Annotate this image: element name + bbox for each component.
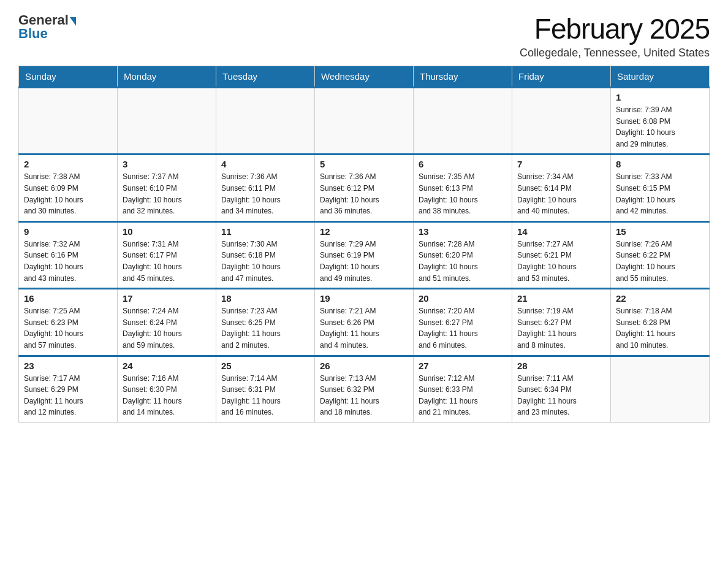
calendar-cell [216, 88, 315, 155]
day-number: 13 [419, 226, 507, 237]
day-info: Sunrise: 7:24 AM Sunset: 6:24 PM Dayligh… [123, 305, 211, 351]
calendar-cell: 25Sunrise: 7:14 AM Sunset: 6:31 PM Dayli… [216, 356, 315, 422]
calendar-week-3: 9Sunrise: 7:32 AM Sunset: 6:16 PM Daylig… [19, 221, 710, 288]
logo-blue-text: Blue [18, 26, 48, 42]
calendar-week-4: 16Sunrise: 7:25 AM Sunset: 6:23 PM Dayli… [19, 289, 710, 356]
weekday-header-wednesday: Wednesday [315, 66, 414, 88]
calendar-cell: 14Sunrise: 7:27 AM Sunset: 6:21 PM Dayli… [512, 221, 611, 288]
day-info: Sunrise: 7:12 AM Sunset: 6:33 PM Dayligh… [419, 373, 507, 418]
day-info: Sunrise: 7:30 AM Sunset: 6:18 PM Dayligh… [221, 239, 309, 284]
logo: General Blue [18, 12, 77, 42]
calendar-cell [611, 356, 710, 422]
day-number: 26 [320, 361, 408, 371]
location-text: Collegedale, Tennessee, United States [520, 47, 710, 59]
day-info: Sunrise: 7:33 AM Sunset: 6:15 PM Dayligh… [616, 171, 704, 216]
day-number: 11 [221, 226, 309, 237]
calendar-cell: 23Sunrise: 7:17 AM Sunset: 6:29 PM Dayli… [19, 356, 118, 422]
day-number: 28 [517, 361, 605, 371]
calendar-cell: 27Sunrise: 7:12 AM Sunset: 6:33 PM Dayli… [414, 356, 512, 422]
day-number: 20 [419, 293, 507, 304]
calendar-week-1: 1Sunrise: 7:39 AM Sunset: 6:08 PM Daylig… [19, 88, 710, 155]
day-number: 10 [123, 226, 211, 237]
month-title: February 2025 [520, 12, 710, 45]
page-header: General Blue February 2025 Collegedale, … [18, 12, 710, 59]
day-info: Sunrise: 7:26 AM Sunset: 6:22 PM Dayligh… [616, 239, 704, 284]
calendar-body: 1Sunrise: 7:39 AM Sunset: 6:08 PM Daylig… [19, 88, 710, 423]
weekday-header-friday: Friday [512, 66, 611, 88]
calendar-cell [19, 88, 118, 155]
calendar-week-2: 2Sunrise: 7:38 AM Sunset: 6:09 PM Daylig… [19, 155, 710, 221]
day-number: 2 [24, 159, 112, 169]
calendar-cell: 4Sunrise: 7:36 AM Sunset: 6:11 PM Daylig… [216, 155, 315, 221]
weekday-header-thursday: Thursday [414, 66, 512, 88]
calendar-cell: 21Sunrise: 7:19 AM Sunset: 6:27 PM Dayli… [512, 289, 611, 356]
day-number: 27 [419, 361, 507, 371]
day-number: 4 [221, 159, 309, 169]
calendar-cell: 12Sunrise: 7:29 AM Sunset: 6:19 PM Dayli… [315, 221, 414, 288]
title-block: February 2025 Collegedale, Tennessee, Un… [520, 12, 710, 59]
calendar-cell [512, 88, 611, 155]
calendar-cell: 3Sunrise: 7:37 AM Sunset: 6:10 PM Daylig… [118, 155, 216, 221]
calendar-cell: 22Sunrise: 7:18 AM Sunset: 6:28 PM Dayli… [611, 289, 710, 356]
calendar-cell [414, 88, 512, 155]
day-info: Sunrise: 7:19 AM Sunset: 6:27 PM Dayligh… [517, 305, 605, 351]
calendar-cell: 1Sunrise: 7:39 AM Sunset: 6:08 PM Daylig… [611, 88, 710, 155]
calendar-table: SundayMondayTuesdayWednesdayThursdayFrid… [18, 66, 710, 423]
calendar-cell: 6Sunrise: 7:35 AM Sunset: 6:13 PM Daylig… [414, 155, 512, 221]
day-number: 1 [616, 92, 704, 102]
day-number: 24 [123, 361, 211, 371]
day-info: Sunrise: 7:36 AM Sunset: 6:12 PM Dayligh… [320, 171, 408, 216]
calendar-cell: 18Sunrise: 7:23 AM Sunset: 6:25 PM Dayli… [216, 289, 315, 356]
day-number: 16 [24, 293, 112, 304]
calendar-cell: 7Sunrise: 7:34 AM Sunset: 6:14 PM Daylig… [512, 155, 611, 221]
day-info: Sunrise: 7:31 AM Sunset: 6:17 PM Dayligh… [123, 239, 211, 284]
calendar-cell: 5Sunrise: 7:36 AM Sunset: 6:12 PM Daylig… [315, 155, 414, 221]
calendar-cell [315, 88, 414, 155]
day-info: Sunrise: 7:36 AM Sunset: 6:11 PM Dayligh… [221, 171, 309, 216]
day-number: 22 [616, 293, 704, 304]
day-number: 19 [320, 293, 408, 304]
day-number: 23 [24, 361, 112, 371]
day-info: Sunrise: 7:13 AM Sunset: 6:32 PM Dayligh… [320, 373, 408, 418]
day-number: 9 [24, 226, 112, 237]
weekday-header-saturday: Saturday [611, 66, 710, 88]
day-number: 6 [419, 159, 507, 169]
day-info: Sunrise: 7:35 AM Sunset: 6:13 PM Dayligh… [419, 171, 507, 216]
day-info: Sunrise: 7:34 AM Sunset: 6:14 PM Dayligh… [517, 171, 605, 216]
day-number: 7 [517, 159, 605, 169]
calendar-cell: 10Sunrise: 7:31 AM Sunset: 6:17 PM Dayli… [118, 221, 216, 288]
day-info: Sunrise: 7:23 AM Sunset: 6:25 PM Dayligh… [221, 305, 309, 351]
calendar-cell: 17Sunrise: 7:24 AM Sunset: 6:24 PM Dayli… [118, 289, 216, 356]
day-number: 17 [123, 293, 211, 304]
calendar-cell: 28Sunrise: 7:11 AM Sunset: 6:34 PM Dayli… [512, 356, 611, 422]
day-info: Sunrise: 7:18 AM Sunset: 6:28 PM Dayligh… [616, 305, 704, 351]
day-number: 21 [517, 293, 605, 304]
day-number: 12 [320, 226, 408, 237]
day-info: Sunrise: 7:25 AM Sunset: 6:23 PM Dayligh… [24, 305, 112, 351]
calendar-header: SundayMondayTuesdayWednesdayThursdayFrid… [19, 66, 710, 88]
day-info: Sunrise: 7:29 AM Sunset: 6:19 PM Dayligh… [320, 239, 408, 284]
day-number: 3 [123, 159, 211, 169]
day-info: Sunrise: 7:37 AM Sunset: 6:10 PM Dayligh… [123, 171, 211, 216]
calendar-cell: 13Sunrise: 7:28 AM Sunset: 6:20 PM Dayli… [414, 221, 512, 288]
weekday-header-tuesday: Tuesday [216, 66, 315, 88]
day-number: 18 [221, 293, 309, 304]
day-info: Sunrise: 7:32 AM Sunset: 6:16 PM Dayligh… [24, 239, 112, 284]
weekday-header-row: SundayMondayTuesdayWednesdayThursdayFrid… [19, 66, 710, 88]
calendar-cell: 26Sunrise: 7:13 AM Sunset: 6:32 PM Dayli… [315, 356, 414, 422]
calendar-week-5: 23Sunrise: 7:17 AM Sunset: 6:29 PM Dayli… [19, 356, 710, 422]
day-info: Sunrise: 7:11 AM Sunset: 6:34 PM Dayligh… [517, 373, 605, 418]
day-info: Sunrise: 7:17 AM Sunset: 6:29 PM Dayligh… [24, 373, 112, 418]
day-info: Sunrise: 7:21 AM Sunset: 6:26 PM Dayligh… [320, 305, 408, 351]
calendar-cell: 15Sunrise: 7:26 AM Sunset: 6:22 PM Dayli… [611, 221, 710, 288]
day-number: 5 [320, 159, 408, 169]
day-info: Sunrise: 7:39 AM Sunset: 6:08 PM Dayligh… [616, 104, 704, 150]
calendar-cell: 9Sunrise: 7:32 AM Sunset: 6:16 PM Daylig… [19, 221, 118, 288]
weekday-header-monday: Monday [118, 66, 216, 88]
day-info: Sunrise: 7:14 AM Sunset: 6:31 PM Dayligh… [221, 373, 309, 418]
day-info: Sunrise: 7:28 AM Sunset: 6:20 PM Dayligh… [419, 239, 507, 284]
day-info: Sunrise: 7:20 AM Sunset: 6:27 PM Dayligh… [419, 305, 507, 351]
calendar-cell: 16Sunrise: 7:25 AM Sunset: 6:23 PM Dayli… [19, 289, 118, 356]
day-number: 25 [221, 361, 309, 371]
calendar-cell: 20Sunrise: 7:20 AM Sunset: 6:27 PM Dayli… [414, 289, 512, 356]
